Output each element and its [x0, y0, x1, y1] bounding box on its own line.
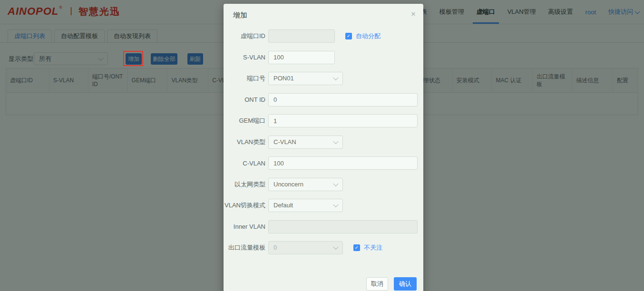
ethernet-type-select[interactable]: Unconcern — [268, 178, 343, 191]
c-vlan-field[interactable] — [268, 156, 418, 170]
s-vlan-field[interactable] — [268, 51, 335, 64]
egress-traffic-template-value: 0 — [269, 242, 342, 254]
form-row: S-VLAN — [224, 51, 423, 64]
gem-port-label: GEM端口 — [224, 116, 265, 125]
virtual-port-id-label: 虚端口ID — [224, 32, 265, 40]
dialog-footer: 取消 确认 — [366, 277, 417, 291]
virtual-port-id-field[interactable] — [268, 29, 335, 43]
app-window: AINOPOL ® 丨 智慧光迅 ONT列表 模板管理 虚端口 VLAN管理 高… — [0, 0, 644, 291]
form-row: 以太网类型 Unconcern — [224, 178, 423, 191]
form-row: 出口流量模板 0 ✓ 不关注 — [224, 241, 423, 254]
vlan-switch-mode-select[interactable]: Default — [268, 199, 343, 212]
form-row: VLAN类型 C-VLAN — [224, 136, 423, 149]
auto-assign-label: 自动分配 — [356, 32, 381, 40]
egress-traffic-template-label: 出口流量模板 — [224, 243, 265, 252]
form-row: VLAN切换模式 Default — [224, 199, 423, 212]
form-row: GEM端口 — [224, 114, 423, 127]
ont-id-field[interactable] — [268, 93, 418, 107]
close-icon[interactable]: × — [411, 10, 416, 18]
vlan-type-label: VLAN类型 — [224, 138, 265, 146]
ont-id-label: ONT ID — [224, 96, 265, 103]
port-number-select[interactable]: PON01 — [268, 72, 343, 85]
unconcern-checkbox[interactable]: ✓ 不关注 — [353, 243, 382, 252]
port-number-label: 端口号 — [224, 74, 265, 83]
add-dialog: 增加 × 虚端口ID ✓ 自动分配 S-VLAN 端口号 PON01 — [224, 4, 423, 291]
auto-assign-checkbox[interactable]: ✓ 自动分配 — [345, 32, 381, 40]
confirm-button[interactable]: 确认 — [394, 277, 417, 291]
checkbox-check-icon: ✓ — [353, 244, 360, 251]
ethernet-type-value: Unconcern — [269, 178, 342, 191]
vlan-type-value: C-VLAN — [269, 136, 342, 148]
egress-traffic-template-select[interactable]: 0 — [268, 241, 343, 254]
ethernet-type-label: 以太网类型 — [224, 180, 265, 189]
form-row: ONT ID — [224, 93, 423, 107]
add-form: 虚端口ID ✓ 自动分配 S-VLAN 端口号 PON01 ONT ID — [224, 29, 423, 262]
gem-port-field[interactable] — [268, 114, 418, 127]
cancel-button[interactable]: 取消 — [366, 277, 388, 291]
s-vlan-label: S-VLAN — [224, 54, 265, 61]
form-row: C-VLAN — [224, 156, 423, 170]
vlan-type-select[interactable]: C-VLAN — [268, 136, 343, 149]
unconcern-label: 不关注 — [364, 243, 382, 252]
form-row: Inner VLAN — [224, 220, 423, 233]
vlan-switch-mode-value: Default — [269, 199, 342, 212]
form-row: 端口号 PON01 — [224, 72, 423, 85]
port-number-value: PON01 — [269, 72, 342, 85]
inner-vlan-label: Inner VLAN — [224, 223, 265, 230]
checkbox-check-icon: ✓ — [345, 33, 352, 39]
dialog-title: 增加 — [233, 11, 247, 20]
c-vlan-label: C-VLAN — [224, 160, 265, 167]
inner-vlan-field[interactable] — [268, 220, 418, 233]
form-row: 虚端口ID ✓ 自动分配 — [224, 29, 423, 43]
vlan-switch-mode-label: VLAN切换模式 — [224, 201, 265, 210]
